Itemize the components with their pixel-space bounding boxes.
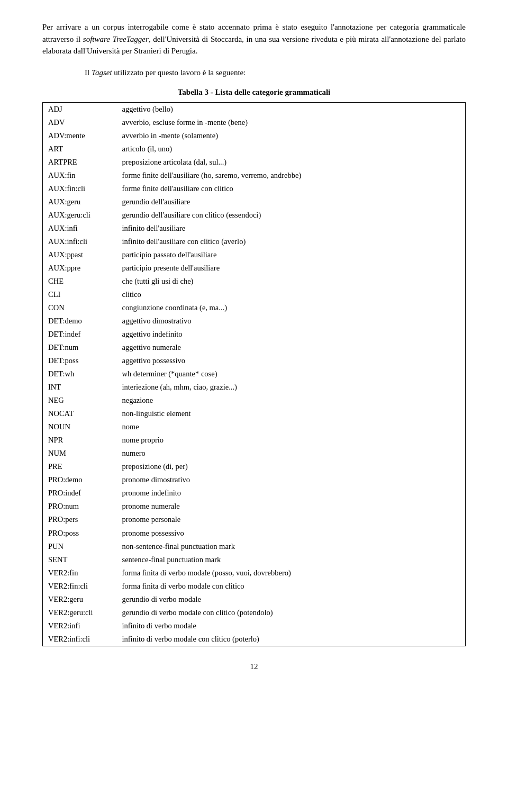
description-cell: pronome indefinito xyxy=(117,486,466,500)
description-cell: che (tutti gli usi di che) xyxy=(117,275,466,288)
description-cell: negazione xyxy=(117,394,466,407)
description-cell: gerundio dell'ausiliare xyxy=(117,195,466,209)
tag-cell: VER2:geru:cli xyxy=(43,606,117,619)
description-cell: infinito di verbo modale xyxy=(117,619,466,633)
table-row: PRO:indefpronome indefinito xyxy=(43,486,466,500)
description-cell: gerundio dell'ausiliare con clitico (ess… xyxy=(117,209,466,222)
tag-cell: AUX:geru:cli xyxy=(43,209,117,222)
table-row: ADJaggettivo (bello) xyxy=(43,103,466,116)
table-row: NEGnegazione xyxy=(43,394,466,407)
intro-paragraph: Per arrivare a un corpus interrogabile c… xyxy=(42,21,466,57)
table-row: PRO:posspronome possessivo xyxy=(43,527,466,540)
table-row: VER2:gerugerundio di verbo modale xyxy=(43,593,466,606)
table-row: NOCATnon-linguistic element xyxy=(43,407,466,420)
tag-cell: AUX:ppast xyxy=(43,248,117,261)
table-row: PREpreposizione (di, per) xyxy=(43,460,466,473)
description-cell: non-linguistic element xyxy=(117,407,466,420)
description-cell: pronome personale xyxy=(117,513,466,526)
table-row: NPRnome proprio xyxy=(43,434,466,447)
table-row: PRO:numpronome numerale xyxy=(43,500,466,513)
tag-cell: ADV xyxy=(43,116,117,129)
description-cell: aggettivo numerale xyxy=(117,341,466,354)
description-cell: pronome dimostrativo xyxy=(117,473,466,486)
tag-cell: PRO:indef xyxy=(43,486,117,500)
tag-cell: AUX:ppre xyxy=(43,261,117,275)
tag-cell: VER2:geru xyxy=(43,593,117,606)
description-cell: nome proprio xyxy=(117,434,466,447)
tag-cell: ARTPRE xyxy=(43,156,117,169)
description-cell: participio passato dell'ausiliare xyxy=(117,248,466,261)
description-cell: articolo (il, uno) xyxy=(117,142,466,156)
tag-cell: ADV:mente xyxy=(43,129,117,142)
description-cell: forme finite dell'ausiliare con clitico xyxy=(117,182,466,195)
description-cell: gerundio di verbo modale con clitico (po… xyxy=(117,606,466,619)
table-row: VER2:infiinfinito di verbo modale xyxy=(43,619,466,633)
description-cell: aggettivo indefinito xyxy=(117,328,466,341)
tag-cell: PRO:pers xyxy=(43,513,117,526)
tag-cell: VER2:fin xyxy=(43,566,117,580)
description-cell: infinito di verbo modale con clitico (po… xyxy=(117,633,466,646)
table-row: VER2:fin:cliforma finita di verbo modale… xyxy=(43,580,466,593)
tag-cell: AUX:infi xyxy=(43,222,117,235)
table-row: CLIclitico xyxy=(43,288,466,301)
description-cell: non-sentence-final punctuation mark xyxy=(117,540,466,553)
table-row: ADV:menteavverbio in -mente (solamente) xyxy=(43,129,466,142)
tag-cell: NEG xyxy=(43,394,117,407)
tag-cell: AUX:infi:cli xyxy=(43,235,117,248)
table-row: DET:whwh determiner (*quante* cose) xyxy=(43,367,466,381)
tag-cell: AUX:fin xyxy=(43,169,117,182)
table-row: AUX:ppastparticipio passato dell'ausilia… xyxy=(43,248,466,261)
table-title: Tabella 3 - Lista delle categorie gramma… xyxy=(42,88,466,97)
description-cell: preposizione articolata (dal, sul...) xyxy=(117,156,466,169)
description-cell: forme finite dell'ausiliare (ho, saremo,… xyxy=(117,169,466,182)
tag-cell: DET:demo xyxy=(43,314,117,328)
table-row: NOUNnome xyxy=(43,420,466,434)
table-row: DET:demoaggettivo dimostrativo xyxy=(43,314,466,328)
table-row: VER2:infi:cliinfinito di verbo modale co… xyxy=(43,633,466,646)
table-row: CONcongiunzione coordinata (e, ma...) xyxy=(43,301,466,314)
description-cell: interiezione (ah, mhm, ciao, grazie...) xyxy=(117,381,466,394)
tag-cell: ART xyxy=(43,142,117,156)
table-row: VER2:finforma finita di verbo modale (po… xyxy=(43,566,466,580)
table-row: AUX:gerugerundio dell'ausiliare xyxy=(43,195,466,209)
table-row: DET:indefaggettivo indefinito xyxy=(43,328,466,341)
tag-cell: NOCAT xyxy=(43,407,117,420)
table-container: Tabella 3 - Lista delle categorie gramma… xyxy=(42,88,466,646)
table-row: DET:possaggettivo possessivo xyxy=(43,354,466,367)
description-cell: forma finita di verbo modale (posso, vuo… xyxy=(117,566,466,580)
table-row: ARTarticolo (il, uno) xyxy=(43,142,466,156)
table-row: SENTsentence-final punctuation mark xyxy=(43,553,466,566)
table-row: AUX:ppreparticipio presente dell'ausilia… xyxy=(43,261,466,275)
description-cell: gerundio di verbo modale xyxy=(117,593,466,606)
table-row: ARTPREpreposizione articolata (dal, sul.… xyxy=(43,156,466,169)
tag-cell: PRO:demo xyxy=(43,473,117,486)
description-cell: nome xyxy=(117,420,466,434)
table-row: AUX:fin:cliforme finite dell'ausiliare c… xyxy=(43,182,466,195)
tag-cell: CHE xyxy=(43,275,117,288)
table-row: PUNnon-sentence-final punctuation mark xyxy=(43,540,466,553)
description-cell: numero xyxy=(117,447,466,460)
description-cell: clitico xyxy=(117,288,466,301)
tag-cell: DET:wh xyxy=(43,367,117,381)
description-cell: pronome possessivo xyxy=(117,527,466,540)
tag-cell: VER2:infi xyxy=(43,619,117,633)
tag-cell: VER2:infi:cli xyxy=(43,633,117,646)
tag-cell: PRO:num xyxy=(43,500,117,513)
tag-cell: AUX:geru xyxy=(43,195,117,209)
tag-cell: ADJ xyxy=(43,103,117,116)
table-row: NUMnumero xyxy=(43,447,466,460)
description-cell: sentence-final punctuation mark xyxy=(117,553,466,566)
tag-cell: PUN xyxy=(43,540,117,553)
table-row: ADVavverbio, escluse forme in -mente (be… xyxy=(43,116,466,129)
description-cell: avverbio in -mente (solamente) xyxy=(117,129,466,142)
tag-cell: DET:num xyxy=(43,341,117,354)
description-cell: congiunzione coordinata (e, ma...) xyxy=(117,301,466,314)
tag-cell: VER2:fin:cli xyxy=(43,580,117,593)
tag-cell: NUM xyxy=(43,447,117,460)
tag-cell: DET:poss xyxy=(43,354,117,367)
description-cell: infinito dell'ausiliare xyxy=(117,222,466,235)
tagset-intro-line: Il Tagset utilizzato per questo lavoro è… xyxy=(85,67,466,79)
tag-cell: NPR xyxy=(43,434,117,447)
description-cell: aggettivo possessivo xyxy=(117,354,466,367)
table-row: INTinteriezione (ah, mhm, ciao, grazie..… xyxy=(43,381,466,394)
